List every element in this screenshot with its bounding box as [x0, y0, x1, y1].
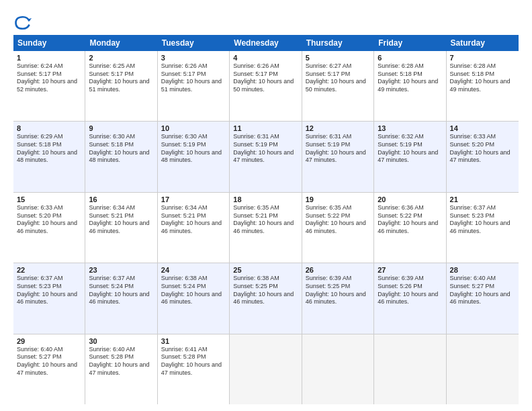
empty-cell: [230, 334, 302, 404]
day-number: 22: [17, 266, 81, 274]
day-info: Sunrise: 6:33 AMSunset: 5:20 PMDaylight:…: [17, 204, 81, 236]
day-number: 3: [161, 54, 226, 62]
day-cell-15: 15 Sunrise: 6:33 AMSunset: 5:20 PMDaylig…: [13, 193, 85, 263]
day-info: Sunrise: 6:36 AMSunset: 5:22 PMDaylight:…: [378, 204, 442, 236]
day-number: 12: [306, 124, 370, 132]
day-number: 5: [306, 54, 370, 62]
day-number: 13: [378, 124, 442, 132]
day-number: 9: [89, 124, 153, 132]
day-info: Sunrise: 6:24 AMSunset: 5:17 PMDaylight:…: [17, 62, 81, 94]
day-number: 28: [450, 266, 515, 274]
day-number: 29: [17, 337, 81, 345]
day-number: 27: [378, 266, 442, 274]
day-cell-5: 5 Sunrise: 6:27 AMSunset: 5:17 PMDayligh…: [302, 51, 374, 121]
day-cell-23: 23 Sunrise: 6:37 AMSunset: 5:24 PMDaylig…: [85, 263, 157, 333]
calendar-week-2: 8 Sunrise: 6:29 AMSunset: 5:18 PMDayligh…: [13, 122, 519, 192]
day-number: 21: [450, 195, 515, 203]
calendar-week-5: 29 Sunrise: 6:40 AMSunset: 5:27 PMDaylig…: [13, 334, 519, 404]
day-number: 8: [17, 124, 81, 132]
day-info: Sunrise: 6:35 AMSunset: 5:22 PMDaylight:…: [306, 204, 370, 236]
day-cell-6: 6 Sunrise: 6:28 AMSunset: 5:18 PMDayligh…: [374, 51, 446, 121]
day-cell-9: 9 Sunrise: 6:30 AMSunset: 5:18 PMDayligh…: [85, 122, 157, 191]
header-sunday: Sunday: [13, 35, 85, 51]
day-info: Sunrise: 6:35 AMSunset: 5:21 PMDaylight:…: [233, 204, 298, 236]
day-cell-24: 24 Sunrise: 6:38 AMSunset: 5:24 PMDaylig…: [158, 263, 230, 333]
day-cell-21: 21 Sunrise: 6:37 AMSunset: 5:23 PMDaylig…: [447, 193, 519, 263]
day-info: Sunrise: 6:32 AMSunset: 5:19 PMDaylight:…: [378, 133, 442, 165]
logo: [13, 13, 35, 32]
day-info: Sunrise: 6:37 AMSunset: 5:24 PMDaylight:…: [89, 275, 153, 306]
day-info: Sunrise: 6:26 AMSunset: 5:17 PMDaylight:…: [161, 62, 226, 94]
header-friday: Friday: [374, 35, 446, 51]
day-number: 20: [378, 195, 442, 203]
day-number: 15: [17, 195, 81, 203]
day-info: Sunrise: 6:38 AMSunset: 5:24 PMDaylight:…: [161, 275, 226, 306]
day-info: Sunrise: 6:28 AMSunset: 5:18 PMDaylight:…: [450, 62, 515, 94]
day-info: Sunrise: 6:40 AMSunset: 5:28 PMDaylight:…: [89, 346, 153, 377]
day-info: Sunrise: 6:29 AMSunset: 5:18 PMDaylight:…: [17, 133, 81, 165]
day-number: 14: [450, 124, 515, 132]
day-info: Sunrise: 6:41 AMSunset: 5:28 PMDaylight:…: [161, 346, 226, 377]
day-number: 18: [233, 195, 298, 203]
empty-cell: [302, 334, 374, 404]
day-number: 31: [161, 337, 226, 345]
day-cell-17: 17 Sunrise: 6:34 AMSunset: 5:21 PMDaylig…: [158, 193, 230, 263]
day-cell-12: 12 Sunrise: 6:31 AMSunset: 5:19 PMDaylig…: [302, 122, 374, 191]
day-cell-19: 19 Sunrise: 6:35 AMSunset: 5:22 PMDaylig…: [302, 193, 374, 263]
day-cell-30: 30 Sunrise: 6:40 AMSunset: 5:28 PMDaylig…: [85, 334, 157, 404]
day-number: 16: [89, 195, 153, 203]
day-number: 23: [89, 266, 153, 274]
calendar-week-3: 15 Sunrise: 6:33 AMSunset: 5:20 PMDaylig…: [13, 193, 519, 263]
day-cell-10: 10 Sunrise: 6:30 AMSunset: 5:19 PMDaylig…: [158, 122, 230, 191]
day-info: Sunrise: 6:31 AMSunset: 5:19 PMDaylight:…: [306, 133, 370, 165]
day-number: 25: [233, 266, 298, 274]
day-info: Sunrise: 6:37 AMSunset: 5:23 PMDaylight:…: [450, 204, 515, 236]
header-monday: Monday: [85, 35, 157, 51]
header-tuesday: Tuesday: [158, 35, 230, 51]
day-cell-22: 22 Sunrise: 6:37 AMSunset: 5:23 PMDaylig…: [13, 263, 85, 333]
day-number: 11: [233, 124, 298, 132]
day-info: Sunrise: 6:34 AMSunset: 5:21 PMDaylight:…: [89, 204, 153, 236]
day-cell-25: 25 Sunrise: 6:38 AMSunset: 5:25 PMDaylig…: [230, 263, 302, 333]
day-info: Sunrise: 6:28 AMSunset: 5:18 PMDaylight:…: [378, 62, 442, 94]
header: [13, 11, 519, 32]
logo-icon: [13, 13, 32, 32]
day-cell-29: 29 Sunrise: 6:40 AMSunset: 5:27 PMDaylig…: [13, 334, 85, 404]
day-cell-28: 28 Sunrise: 6:40 AMSunset: 5:27 PMDaylig…: [447, 263, 519, 333]
header-wednesday: Wednesday: [230, 35, 302, 51]
day-info: Sunrise: 6:33 AMSunset: 5:20 PMDaylight:…: [450, 133, 515, 165]
calendar-week-1: 1 Sunrise: 6:24 AMSunset: 5:17 PMDayligh…: [13, 51, 519, 122]
day-number: 1: [17, 54, 81, 62]
header-thursday: Thursday: [302, 35, 374, 51]
day-cell-11: 11 Sunrise: 6:31 AMSunset: 5:19 PMDaylig…: [230, 122, 302, 191]
day-number: 7: [450, 54, 515, 62]
day-cell-16: 16 Sunrise: 6:34 AMSunset: 5:21 PMDaylig…: [85, 193, 157, 263]
day-cell-13: 13 Sunrise: 6:32 AMSunset: 5:19 PMDaylig…: [374, 122, 446, 191]
calendar: Sunday Monday Tuesday Wednesday Thursday…: [13, 35, 519, 404]
day-info: Sunrise: 6:30 AMSunset: 5:19 PMDaylight:…: [161, 133, 226, 165]
day-number: 19: [306, 195, 370, 203]
calendar-header: Sunday Monday Tuesday Wednesday Thursday…: [13, 35, 519, 51]
day-info: Sunrise: 6:34 AMSunset: 5:21 PMDaylight:…: [161, 204, 226, 236]
day-info: Sunrise: 6:39 AMSunset: 5:25 PMDaylight:…: [306, 275, 370, 306]
day-cell-3: 3 Sunrise: 6:26 AMSunset: 5:17 PMDayligh…: [158, 51, 230, 121]
day-info: Sunrise: 6:25 AMSunset: 5:17 PMDaylight:…: [89, 62, 153, 94]
day-cell-14: 14 Sunrise: 6:33 AMSunset: 5:20 PMDaylig…: [447, 122, 519, 191]
day-info: Sunrise: 6:27 AMSunset: 5:17 PMDaylight:…: [306, 62, 370, 94]
day-info: Sunrise: 6:38 AMSunset: 5:25 PMDaylight:…: [233, 275, 298, 306]
day-number: 6: [378, 54, 442, 62]
header-saturday: Saturday: [447, 35, 519, 51]
day-cell-2: 2 Sunrise: 6:25 AMSunset: 5:17 PMDayligh…: [85, 51, 157, 121]
day-number: 2: [89, 54, 153, 62]
day-cell-26: 26 Sunrise: 6:39 AMSunset: 5:25 PMDaylig…: [302, 263, 374, 333]
day-info: Sunrise: 6:37 AMSunset: 5:23 PMDaylight:…: [17, 275, 81, 306]
day-number: 24: [161, 266, 226, 274]
page: Sunday Monday Tuesday Wednesday Thursday…: [0, 0, 532, 411]
day-cell-8: 8 Sunrise: 6:29 AMSunset: 5:18 PMDayligh…: [13, 122, 85, 191]
day-cell-27: 27 Sunrise: 6:39 AMSunset: 5:26 PMDaylig…: [374, 263, 446, 333]
day-cell-1: 1 Sunrise: 6:24 AMSunset: 5:17 PMDayligh…: [13, 51, 85, 121]
day-cell-31: 31 Sunrise: 6:41 AMSunset: 5:28 PMDaylig…: [158, 334, 230, 404]
day-cell-7: 7 Sunrise: 6:28 AMSunset: 5:18 PMDayligh…: [447, 51, 519, 121]
day-number: 17: [161, 195, 226, 203]
day-info: Sunrise: 6:40 AMSunset: 5:27 PMDaylight:…: [450, 275, 515, 306]
